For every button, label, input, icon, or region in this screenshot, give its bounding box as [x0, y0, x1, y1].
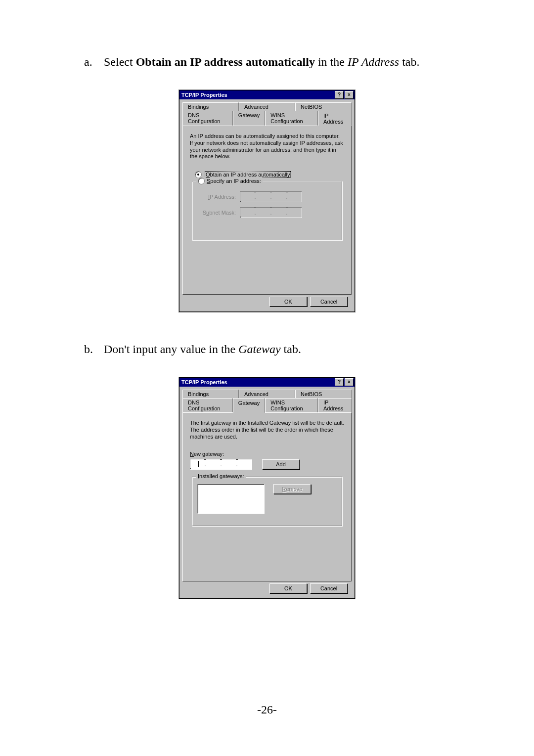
radio-obtain-auto-label: Obtain an IP address automatically — [205, 171, 291, 178]
tcpip-properties-dialog-ipaddress: TCP/IP Properties ? × Bindings Advanced … — [179, 90, 355, 312]
instruction-b-text: Don't input any value in the Gateway tab… — [104, 342, 475, 356]
radio-icon — [195, 171, 202, 178]
titlebar: TCP/IP Properties ? × — [179, 90, 355, 99]
new-gateway-label: New gateway: — [190, 451, 344, 457]
tabpanel-ip-address: An IP address can be automatically assig… — [182, 126, 352, 295]
tab-gateway[interactable]: Gateway — [233, 398, 265, 413]
close-icon: × — [348, 380, 351, 385]
instruction-a-letter: a. — [84, 54, 104, 69]
instruction-b: b. Don't input any value in the Gateway … — [84, 342, 475, 356]
radio-specify-ip-label: Specify an IP address: — [207, 178, 261, 184]
tab-bindings[interactable]: Bindings — [182, 102, 239, 111]
subnet-mask-label: Subnet Mask: — [197, 210, 236, 216]
help-icon: ? — [338, 92, 341, 97]
help-button[interactable]: ? — [335, 378, 344, 386]
titlebar: TCP/IP Properties ? × — [179, 378, 355, 387]
text-cursor-icon — [198, 461, 199, 467]
new-gateway-input[interactable]: . . . — [190, 459, 252, 470]
tab-gateway[interactable]: Gateway — [233, 111, 265, 126]
dialog-title: TCP/IP Properties — [181, 92, 334, 98]
dialog-title: TCP/IP Properties — [181, 379, 334, 385]
help-icon: ? — [338, 380, 341, 385]
instruction-b-letter: b. — [84, 342, 104, 356]
installed-gateways-label: Installed gateways: — [196, 473, 246, 479]
ok-button[interactable]: OK — [269, 583, 307, 593]
ok-button[interactable]: OK — [269, 297, 307, 307]
specify-ip-group: Specify an IP address: IP Address: . . . — [192, 181, 342, 240]
ip-address-label: IP Address: — [197, 194, 236, 200]
tab-advanced[interactable]: Advanced — [239, 390, 295, 398]
tab-netbios[interactable]: NetBIOS — [295, 390, 352, 398]
tcpip-properties-dialog-gateway: TCP/IP Properties ? × Bindings Advanced … — [179, 377, 355, 599]
instruction-a: a. Select Obtain an IP address automatic… — [84, 54, 475, 69]
gateway-description: The first gateway in the Installed Gatew… — [190, 420, 344, 440]
radio-icon — [198, 178, 205, 184]
tab-dns-configuration[interactable]: DNS Configuration — [182, 398, 233, 412]
close-button[interactable]: × — [345, 378, 354, 386]
close-icon: × — [348, 92, 351, 97]
installed-gateways-list[interactable] — [197, 484, 265, 514]
remove-button: Remove — [273, 484, 311, 494]
radio-specify-ip[interactable]: Specify an IP address: — [196, 178, 263, 184]
cancel-button[interactable]: Cancel — [310, 297, 348, 307]
radio-obtain-auto[interactable]: Obtain an IP address automatically — [195, 171, 344, 178]
tab-ip-address[interactable]: IP Address — [318, 398, 352, 412]
tab-advanced[interactable]: Advanced — [239, 102, 295, 111]
tab-bindings[interactable]: Bindings — [182, 390, 239, 398]
ip-address-description: An IP address can be automatically assig… — [190, 133, 344, 160]
tab-dns-configuration[interactable]: DNS Configuration — [182, 111, 233, 126]
tabpanel-gateway: The first gateway in the Installed Gatew… — [182, 412, 352, 581]
tab-netbios[interactable]: NetBIOS — [295, 102, 352, 111]
add-button[interactable]: Add — [262, 459, 300, 469]
tab-ip-address[interactable]: IP Address — [318, 111, 352, 126]
page-number: -26- — [0, 703, 534, 716]
ip-address-input: . . . — [240, 191, 302, 202]
tab-wins-configuration[interactable]: WINS Configuration — [265, 398, 318, 412]
instruction-a-text: Select Obtain an IP address automaticall… — [104, 54, 475, 69]
help-button[interactable]: ? — [335, 91, 344, 99]
subnet-mask-input: . . . — [240, 207, 302, 218]
installed-gateways-group: Installed gateways: Remove — [192, 477, 342, 526]
tab-wins-configuration[interactable]: WINS Configuration — [265, 111, 318, 126]
cancel-button[interactable]: Cancel — [310, 583, 348, 593]
close-button[interactable]: × — [345, 91, 354, 99]
